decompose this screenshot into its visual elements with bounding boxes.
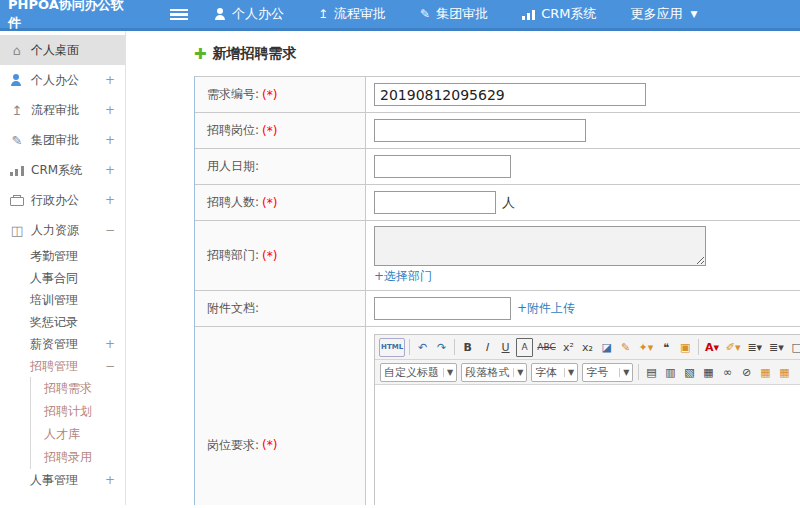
link-button[interactable]: ∞ <box>719 363 736 382</box>
nav-group-approval[interactable]: ✎ 集团审批 <box>420 5 488 23</box>
bold-button[interactable]: B <box>459 338 476 357</box>
sidebar-item-recruit-plan[interactable]: 招聘计划 <box>30 400 125 423</box>
select-department-link[interactable]: +选择部门 <box>374 268 432 285</box>
sidebar-item-personal-desktop[interactable]: ⌂ 个人桌面 <box>0 35 125 65</box>
sidebar-item-training-mgmt[interactable]: 培训管理 <box>0 289 125 311</box>
sidebar-item-human-resources[interactable]: ◫ 人力资源 − <box>0 215 125 245</box>
department-textarea[interactable] <box>374 226 706 266</box>
sidebar-item-personal-office[interactable]: 个人办公 + <box>0 65 125 95</box>
field-label: 招聘部门: (*) <box>195 221 366 290</box>
recruit-demand-form: 需求编号: (*) 招聘岗位: (*) 用人日期: <box>194 76 800 505</box>
unit-label: 人 <box>502 194 515 212</box>
paste-button[interactable]: ▣ <box>677 338 694 357</box>
book-icon: ◫ <box>10 223 24 238</box>
ordered-list-button[interactable]: ≣▾ <box>745 338 765 357</box>
sidebar-item-workflow-approval[interactable]: ↥ 流程审批 + <box>0 95 125 125</box>
plus-icon: ✚ <box>194 45 207 63</box>
edit-icon: ✎ <box>420 8 430 20</box>
align-justify-button[interactable]: ▦ <box>700 363 717 382</box>
hamburger-menu-icon[interactable] <box>170 9 188 20</box>
form-row-department: 招聘部门: (*) +选择部门 <box>195 221 800 291</box>
image-upload-button[interactable]: ▦ <box>776 363 793 382</box>
sidebar-item-recruit-mgmt[interactable]: 招聘管理 − <box>0 355 125 377</box>
chevron-down-icon: ▼ <box>619 368 629 377</box>
form-row-demand-number: 需求编号: (*) <box>195 77 800 113</box>
italic-button[interactable]: I <box>478 338 495 357</box>
media-button[interactable]: ▮ <box>795 363 800 382</box>
sidebar-item-admin-office[interactable]: 行政办公 + <box>0 185 125 215</box>
sidebar-item-talent-pool[interactable]: 人才库 <box>30 423 125 446</box>
demand-number-input[interactable] <box>374 83 646 106</box>
workflow-icon: ↥ <box>10 103 24 118</box>
chevron-down-icon: ▼ <box>690 9 697 19</box>
subscript-button[interactable]: x₂ <box>579 338 596 357</box>
sidebar-item-crm-system[interactable]: CRM系统 + <box>0 155 125 185</box>
home-icon: ⌂ <box>10 43 24 58</box>
nav-workflow-approval[interactable]: ↥ 流程审批 <box>318 5 386 23</box>
blockquote-button[interactable]: ❝ <box>658 338 675 357</box>
unordered-list-button[interactable]: ≣▾ <box>767 338 787 357</box>
headcount-input[interactable] <box>374 191 496 214</box>
quick-format-button[interactable]: ✦▾ <box>636 338 656 357</box>
sidebar-item-attendance-mgmt[interactable]: 考勤管理 <box>0 245 125 267</box>
image-button[interactable]: ▦ <box>757 363 774 382</box>
sidebar-item-recruit-demand[interactable]: 招聘需求 <box>30 377 125 400</box>
required-marker: (*) <box>262 438 277 452</box>
editor-toolbar-row2: 自定义标题 ▼ 段落格式 ▼ 字体 ▼ <box>375 360 800 385</box>
sidebar-item-salary-mgmt[interactable]: 薪资管理 + <box>0 333 125 355</box>
field-label: 附件文档: <box>195 291 366 326</box>
undo-button[interactable]: ↶ <box>414 338 431 357</box>
unlink-button[interactable]: ⊘ <box>738 363 755 382</box>
attachment-input[interactable] <box>374 297 511 320</box>
position-input[interactable] <box>374 119 586 142</box>
highlight-color-button[interactable]: ✐▾ <box>723 338 743 357</box>
nav-crm-system[interactable]: CRM系统 <box>522 5 596 23</box>
superscript-button[interactable]: x² <box>560 338 577 357</box>
page-title: ✚ 新增招聘需求 <box>194 45 800 63</box>
format-brush-button[interactable]: ✎ <box>617 338 634 357</box>
briefcase-icon <box>10 197 24 206</box>
field-label: 招聘人数: (*) <box>195 185 366 220</box>
redo-button[interactable]: ↷ <box>433 338 450 357</box>
nav-personal-office[interactable]: 个人办公 <box>214 5 284 23</box>
align-left-button[interactable]: ▤ <box>643 363 660 382</box>
source-code-button[interactable]: HTML <box>379 338 405 357</box>
person-icon <box>10 74 24 86</box>
workflow-icon: ↥ <box>318 8 328 20</box>
nav-more-apps[interactable]: 更多应用 ▼ <box>630 5 697 23</box>
align-center-button[interactable]: ▥ <box>662 363 679 382</box>
field-label: 用人日期: <box>195 149 366 184</box>
rich-text-editor: HTML ↶ ↷ B I U A ABC x² x₂ ◪ <box>374 334 800 505</box>
sidebar-item-reward-punishment[interactable]: 奖惩记录 <box>0 311 125 333</box>
font-family-select[interactable]: 字体 ▼ <box>531 363 578 382</box>
sidebar: ⌂ 个人桌面 个人办公 + ↥ 流程审批 + ✎ 集团审批 + CRM系统 + … <box>0 31 126 505</box>
editor-body[interactable] <box>375 385 800 505</box>
edit-icon: ✎ <box>10 133 24 148</box>
page-title-text: 新增招聘需求 <box>213 45 297 63</box>
new-page-button[interactable]: □ <box>788 338 800 357</box>
top-header: PHPOA协同办公软件 个人办公 ↥ 流程审批 ✎ 集团审批 CRM系统 更多应… <box>0 0 800 31</box>
required-marker: (*) <box>262 88 277 102</box>
attachment-upload-link[interactable]: +附件上传 <box>517 300 575 317</box>
underline-button[interactable]: U <box>497 338 514 357</box>
sidebar-item-personnel-mgmt[interactable]: 人事管理 + <box>0 469 125 491</box>
chevron-down-icon: ▼ <box>564 368 574 377</box>
strikethrough-button[interactable]: ABC <box>535 338 558 357</box>
field-label: 岗位要求: (*) <box>195 327 366 505</box>
custom-heading-select[interactable]: 自定义标题 ▼ <box>380 363 457 382</box>
sidebar-item-recruit-hire[interactable]: 招聘录用 <box>30 446 125 469</box>
hire-date-input[interactable] <box>374 155 511 178</box>
sidebar-item-group-approval[interactable]: ✎ 集团审批 + <box>0 125 125 155</box>
sidebar-item-label: 行政办公 <box>31 192 98 209</box>
editor-toolbar-row1: HTML ↶ ↷ B I U A ABC x² x₂ ◪ <box>375 335 800 360</box>
form-row-headcount: 招聘人数: (*) 人 <box>195 185 800 221</box>
paragraph-format-select[interactable]: 段落格式 ▼ <box>461 363 527 382</box>
top-nav: 个人办公 ↥ 流程审批 ✎ 集团审批 CRM系统 更多应用 ▼ <box>214 5 697 23</box>
remove-format-button[interactable]: ◪ <box>598 338 615 357</box>
font-border-button[interactable]: A <box>516 338 533 357</box>
font-color-button[interactable]: A▾ <box>703 338 722 357</box>
sidebar-item-hr-contract[interactable]: 人事合同 <box>0 267 125 289</box>
form-row-position: 招聘岗位: (*) <box>195 113 800 149</box>
align-right-button[interactable]: ▧ <box>681 363 698 382</box>
font-size-select[interactable]: 字号 ▼ <box>582 363 633 382</box>
